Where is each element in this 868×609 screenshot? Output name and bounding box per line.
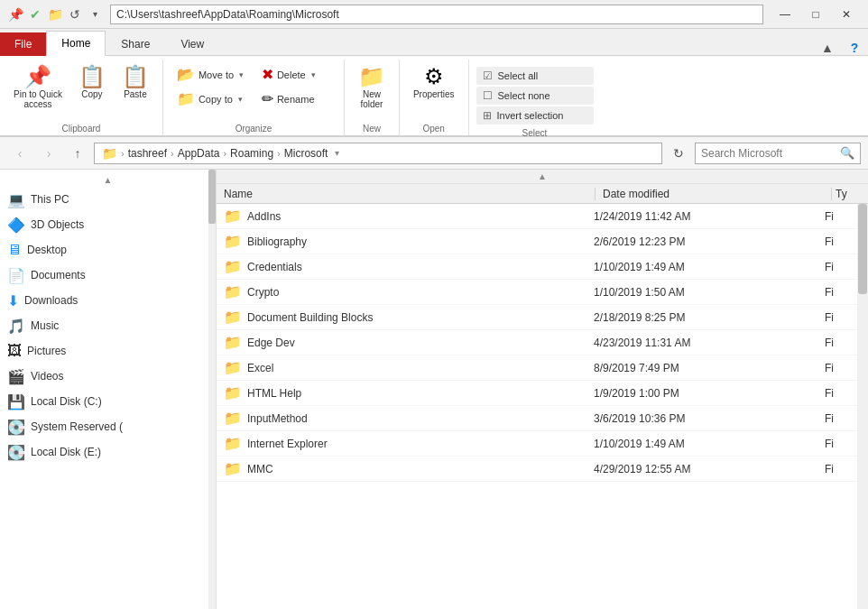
file-name: 📁 HTML Help <box>224 384 594 401</box>
breadcrumb-tashreef[interactable]: tashreef <box>128 147 167 160</box>
file-date: 1/10/2019 1:49 AM <box>594 261 825 273</box>
forward-button[interactable]: › <box>36 143 61 164</box>
delete-button[interactable]: ✖ Delete ▾ <box>255 63 337 86</box>
more-icon[interactable]: ▾ <box>87 6 103 23</box>
pin-to-quick-access-button[interactable]: 📌 Pin to Quickaccess <box>7 61 69 114</box>
breadcrumb-dropdown-btn[interactable]: ▾ <box>335 148 339 158</box>
ribbon-collapse-btn[interactable]: ▲ <box>814 41 841 55</box>
invert-icon: ⊞ <box>483 109 492 122</box>
up-button[interactable]: ↑ <box>65 143 90 164</box>
table-row[interactable]: 📁 Bibliography 2/6/2019 12:23 PM Fi <box>217 229 868 254</box>
sidebar-item-3d-objects[interactable]: 🔷 3D Objects <box>0 212 216 237</box>
table-row[interactable]: 📁 Excel 8/9/2019 7:49 PM Fi <box>217 355 868 381</box>
title-bar-icons: 📌 ✔ 📁 ↺ ▾ <box>7 6 103 23</box>
clipboard-label: Clipboard <box>62 122 101 135</box>
folder-icon: 📁 <box>224 233 242 250</box>
open-label: Open <box>422 122 444 135</box>
folder-icon: 📁 <box>224 208 242 225</box>
select-all-button[interactable]: ☑ Select all <box>476 67 594 85</box>
sidebar-item-documents[interactable]: 📄 Documents <box>0 263 216 288</box>
file-list-scroll[interactable]: 📁 AddIns 1/24/2019 11:42 AM Fi 📁 Bibliog… <box>217 204 868 609</box>
file-name: 📁 Document Building Blocks <box>224 309 594 326</box>
invert-selection-button[interactable]: ⊞ Invert selection <box>476 106 594 125</box>
search-box[interactable]: 🔍 <box>695 143 861 164</box>
organize-group: 📂 Move to ▾ 📁 Copy to ▾ ✖ Delete ▾ ✏ <box>163 60 345 135</box>
breadcrumb-sep3: › <box>223 148 226 159</box>
tab-view[interactable]: View <box>165 32 219 56</box>
pictures-icon: 🖼 <box>7 343 22 359</box>
sidebar-item-system-reserved[interactable]: 💽 System Reserved ( <box>0 414 216 439</box>
sidebar-item-downloads[interactable]: ⬇ Downloads <box>0 288 216 313</box>
desktop-icon: 🖥 <box>7 242 22 258</box>
organize-label: Organize <box>235 122 272 135</box>
select-none-button[interactable]: ☐ Select none <box>476 87 594 105</box>
table-row[interactable]: 📁 HTML Help 1/9/2019 1:00 PM Fi <box>217 381 868 406</box>
file-type: Fi <box>825 337 861 349</box>
local-c-icon: 💾 <box>7 393 25 411</box>
minimize-button[interactable]: — <box>771 5 799 24</box>
breadcrumb-roaming[interactable]: Roaming <box>230 147 273 160</box>
maximize-button[interactable]: □ <box>801 5 830 24</box>
organize-col: 📂 Move to ▾ 📁 Copy to ▾ <box>171 61 252 110</box>
paste-button[interactable]: 📋 Paste <box>115 61 155 104</box>
file-type: Fi <box>825 463 861 475</box>
tab-share[interactable]: Share <box>106 32 165 56</box>
column-name[interactable]: Name <box>217 188 596 200</box>
properties-button[interactable]: ⚙ Properties <box>407 61 461 104</box>
sidebar-item-music[interactable]: 🎵 Music <box>0 313 216 338</box>
search-input[interactable] <box>701 147 836 160</box>
new-group: 📁 Newfolder New <box>345 60 400 135</box>
table-row[interactable]: 📁 MMC 4/29/2019 12:55 AM Fi <box>217 457 868 482</box>
folder-icon-title: 📁 <box>47 6 63 23</box>
close-button[interactable]: ✕ <box>832 5 861 24</box>
copy-to-icon: 📁 <box>177 90 195 107</box>
sidebar-scrollbar-thumb <box>208 170 216 224</box>
tab-file[interactable]: File <box>0 32 46 56</box>
copy-button[interactable]: 📋 Copy <box>72 61 112 104</box>
address-bar[interactable]: C:\Users\tashreef\AppData\Roaming\Micros… <box>110 5 763 24</box>
refresh-button[interactable]: ↻ <box>666 143 691 164</box>
file-name: 📁 Bibliography <box>224 233 594 250</box>
new-folder-button[interactable]: 📁 Newfolder <box>352 61 392 114</box>
new-items: 📁 Newfolder <box>352 60 392 122</box>
sidebar-item-videos[interactable]: 🎬 Videos <box>0 364 216 389</box>
table-row[interactable]: 📁 InputMethod 3/6/2019 10:36 PM Fi <box>217 406 868 431</box>
table-row[interactable]: 📁 Edge Dev 4/23/2019 11:31 AM Fi <box>217 330 868 355</box>
back-button[interactable]: ‹ <box>7 143 32 164</box>
column-type[interactable]: Ty <box>832 188 868 200</box>
undo-icon[interactable]: ↺ <box>67 6 83 23</box>
file-type: Fi <box>825 412 861 425</box>
folder-icon: 📁 <box>224 359 242 376</box>
file-type: Fi <box>825 311 861 324</box>
sidebar-item-pictures[interactable]: 🖼 Pictures <box>0 338 216 364</box>
file-date: 1/24/2019 11:42 AM <box>594 210 825 223</box>
sidebar-item-local-e[interactable]: 💽 Local Disk (E:) <box>0 439 216 465</box>
table-row[interactable]: 📁 Document Building Blocks 2/18/2019 8:2… <box>217 305 868 330</box>
breadcrumb-microsoft[interactable]: Microsoft <box>284 147 328 160</box>
search-icon[interactable]: 🔍 <box>840 146 854 160</box>
sidebar-scrollbar[interactable] <box>208 170 216 609</box>
quick-access-icon: 📌 <box>7 6 23 23</box>
file-type: Fi <box>825 261 861 273</box>
sidebar-item-this-pc[interactable]: 💻 This PC <box>0 187 216 212</box>
table-row[interactable]: 📁 Internet Explorer 1/10/2019 1:49 AM Fi <box>217 431 868 457</box>
rename-button[interactable]: ✏ Rename <box>255 88 337 110</box>
help-button[interactable]: ? <box>841 41 868 55</box>
file-name: 📁 AddIns <box>224 208 594 225</box>
move-to-button[interactable]: 📂 Move to ▾ <box>171 63 252 86</box>
move-icon: 📂 <box>177 66 195 83</box>
copy-to-button[interactable]: 📁 Copy to ▾ <box>171 88 252 110</box>
breadcrumb-appdata[interactable]: AppData <box>178 147 220 160</box>
file-list-scrollbar[interactable] <box>857 204 868 609</box>
sidebar-item-local-c[interactable]: 💾 Local Disk (C:) <box>0 389 216 414</box>
table-row[interactable]: 📁 Crypto 1/10/2019 1:50 AM Fi <box>217 280 868 305</box>
breadcrumb[interactable]: 📁 › tashreef › AppData › Roaming › Micro… <box>94 143 662 164</box>
table-row[interactable]: 📁 Credentials 1/10/2019 1:49 AM Fi <box>217 254 868 280</box>
file-list-collapse[interactable]: ▲ <box>217 170 868 184</box>
column-date[interactable]: Date modified <box>596 188 832 200</box>
sidebar-scroll-up[interactable]: ▲ <box>0 173 216 187</box>
tab-home[interactable]: Home <box>46 31 106 56</box>
sidebar-item-desktop[interactable]: 🖥 Desktop <box>0 237 216 263</box>
table-row[interactable]: 📁 AddIns 1/24/2019 11:42 AM Fi <box>217 204 868 229</box>
folder-icon: 📁 <box>224 410 242 427</box>
